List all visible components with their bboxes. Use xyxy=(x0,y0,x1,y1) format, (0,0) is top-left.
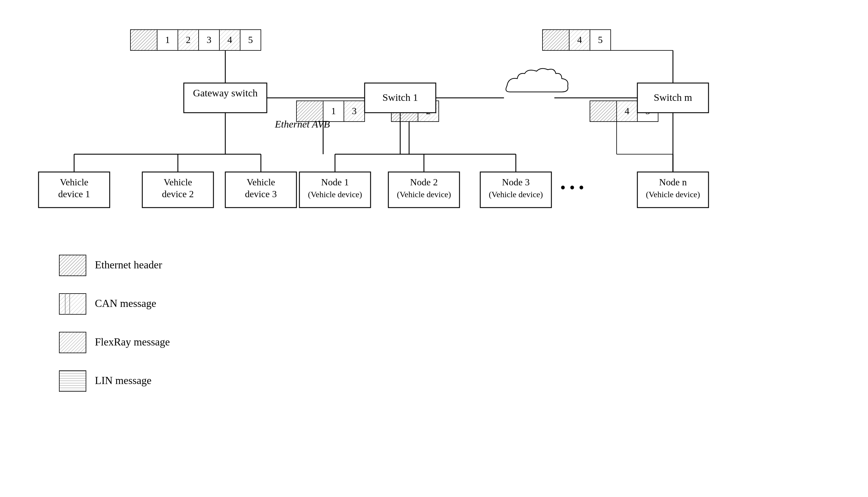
packet-midm-label-4: 4 xyxy=(625,105,630,116)
switch1-label: Switch 1 xyxy=(382,92,418,103)
legend-lin-icon xyxy=(59,371,86,392)
legend-can-label: CAN message xyxy=(95,297,156,309)
packet-label-5: 5 xyxy=(248,34,253,45)
node1-label1: Node 1 xyxy=(321,177,349,187)
packet-label-2: 2 xyxy=(186,34,191,45)
legend-can-icon xyxy=(59,294,86,314)
legend-flexray-label: FlexRay message xyxy=(95,336,170,348)
legend-flexray-icon xyxy=(59,332,86,353)
node2-label1: Node 2 xyxy=(410,177,437,187)
node2-label2: (Vehicle device) xyxy=(397,190,451,199)
legend-eth-label: Ethernet header xyxy=(95,259,162,271)
node3-label1: Node 3 xyxy=(502,177,530,187)
packet-label-4: 4 xyxy=(227,34,232,45)
vehicle3-label1: Vehicle xyxy=(247,177,275,187)
packet-mid-label-3: 3 xyxy=(352,105,357,116)
vehicle3-label2: device 3 xyxy=(245,189,277,199)
packet-label-1: 1 xyxy=(165,34,170,45)
ethernet-avb-label: Ethernet AVB xyxy=(275,118,330,130)
diagram: 1 2 3 4 5 4 5 1 3 2 4 5 Gateway switch S… xyxy=(0,0,868,497)
packet-sm-label-4: 4 xyxy=(577,34,582,45)
vehicle1-label2: device 1 xyxy=(58,189,90,199)
dots-label: • • • xyxy=(560,179,584,196)
node3-label2: (Vehicle device) xyxy=(489,190,543,199)
legend-lin-label: LIN message xyxy=(95,374,151,386)
packet-mid-label-1: 1 xyxy=(331,105,336,116)
packet-eth-sm1 xyxy=(542,30,569,51)
vehicle2-label1: Vehicle xyxy=(164,177,192,187)
packet-sm-label-5: 5 xyxy=(598,34,603,45)
noden-label1: Node n xyxy=(659,177,686,187)
packet-label-3: 3 xyxy=(207,34,211,45)
packet-eth-midm xyxy=(590,101,617,122)
node1-label2: (Vehicle device) xyxy=(308,190,362,199)
legend-eth-icon xyxy=(59,255,86,276)
vehicle2-label2: device 2 xyxy=(162,189,194,199)
vehicle1-label1: Vehicle xyxy=(60,177,88,187)
cloud-shape xyxy=(506,69,568,92)
gateway-switch-label-1: Gateway switch xyxy=(193,87,258,98)
switchm-label: Switch m xyxy=(654,92,692,103)
noden-label2: (Vehicle device) xyxy=(646,190,700,199)
packet-eth-1 xyxy=(130,30,157,51)
